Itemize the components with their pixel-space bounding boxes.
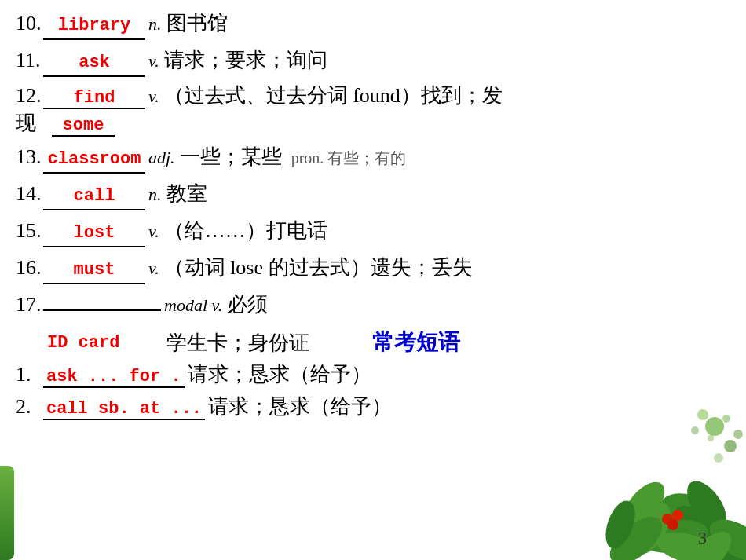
pos-16: v. — [148, 255, 159, 281]
pos-14: n. — [148, 181, 162, 207]
word-box-17 — [43, 309, 161, 311]
line-num-11: 11. — [16, 45, 43, 75]
def-12: （过去式、过去分词 found）找到；发 — [164, 82, 503, 109]
line-num-15: 15. — [16, 215, 43, 246]
pos-10: n. — [148, 11, 162, 37]
main-content: 10. library n. 图书馆 11. ask v. 请求；要求；询问 1… — [0, 0, 746, 433]
word-11: ask — [79, 53, 110, 72]
page-number: 3 — [698, 528, 707, 548]
def-11: 请求；要求；询问 — [164, 45, 327, 75]
word-16: must — [74, 260, 115, 280]
vocab-line-17: 17. modal v. 必须 — [16, 289, 722, 320]
phrase-box-2: call sb. at ... — [43, 395, 205, 420]
svg-point-5 — [708, 435, 714, 441]
def-14: 教室 — [166, 178, 207, 209]
vocab-line-12-first: 12. find v. （过去式、过去分词 found）找到；发 — [16, 82, 722, 109]
def-10: 图书馆 — [166, 8, 228, 38]
def-17: 必须 — [227, 289, 268, 320]
def-15: （给……）打电话 — [164, 215, 327, 246]
def-16: （动词 lose 的过去式）遗失；丢失 — [164, 252, 473, 283]
word-box-13: classroom — [43, 141, 145, 174]
phrase-box-1: ask ... for . — [43, 363, 185, 388]
word-box-12b: some — [52, 112, 115, 137]
def-12b: 现 — [16, 109, 36, 137]
svg-point-20 — [667, 519, 678, 530]
def-13b: pron. 有些；有的 — [291, 146, 407, 170]
pos-13: adj. — [148, 145, 175, 170]
section-title: ID card 学生卡；身份证 常考短语 — [16, 328, 722, 357]
word-12b: some — [63, 115, 104, 135]
id-card-label: ID card — [47, 333, 119, 353]
word-12: find — [74, 88, 115, 108]
phrase-line-2: 2. call sb. at ... 请求；恳求（给予） — [16, 393, 722, 420]
svg-point-19 — [672, 510, 683, 521]
vocab-line-14: 14. call n. 教室 — [16, 178, 722, 210]
phrase-1: ask ... for . — [46, 367, 181, 386]
vocab-line-12: 12. find v. （过去式、过去分词 found）找到；发 现 some — [16, 82, 722, 137]
vocab-line-13: 13. classroom adj. 一些；某些 pron. 有些；有的 — [16, 141, 722, 174]
word-box-10: library — [43, 8, 145, 40]
svg-point-1 — [724, 440, 737, 452]
vocab-line-16: 16. must v. （动词 lose 的过去式）遗失；丢失 — [16, 252, 722, 284]
id-def: 学生卡；身份证 — [166, 329, 309, 357]
word-box-12: find — [43, 84, 145, 109]
phrase-def-1: 请求；恳求（给予） — [188, 361, 371, 388]
left-decoration — [0, 466, 14, 560]
svg-point-7 — [714, 453, 723, 463]
word-box-16: must — [43, 252, 145, 284]
vocab-line-10: 10. library n. 图书馆 — [16, 8, 722, 40]
pos-12: v. — [148, 86, 159, 107]
line-num-10: 10. — [16, 8, 43, 38]
def-13: 一些；某些 — [180, 141, 282, 172]
word-15: lost — [74, 223, 115, 243]
line-num-17: 17. — [16, 289, 43, 320]
word-10: library — [58, 16, 130, 35]
pos-17: modal v. — [164, 292, 222, 318]
pos-15: v. — [148, 218, 159, 244]
line-num-14: 14. — [16, 178, 43, 209]
word-box-15: lost — [43, 215, 145, 247]
phrase-2: call sb. at ... — [46, 399, 202, 419]
line-num-12: 12. — [16, 84, 43, 108]
word-box-14: call — [43, 178, 145, 210]
word-14: call — [74, 186, 115, 206]
word-13: classroom — [48, 149, 141, 169]
phrase-line-1: 1. ask ... for . 请求；恳求（给予） — [16, 361, 722, 388]
phrase-num-2: 2. — [16, 395, 43, 419]
vocab-line-12-second: 现 some — [16, 109, 722, 137]
phrase-num-1: 1. — [16, 363, 43, 386]
vocab-line-15: 15. lost v. （给……）打电话 — [16, 215, 722, 247]
section-heading: 常考短语 — [372, 328, 460, 357]
vocab-line-11: 11. ask v. 请求；要求；询问 — [16, 45, 722, 77]
word-box-11: ask — [43, 45, 145, 77]
phrase-def-2: 请求；恳求（给予） — [208, 393, 392, 420]
line-num-13: 13. — [16, 141, 43, 172]
pos-11: v. — [148, 48, 159, 74]
line-num-16: 16. — [16, 252, 43, 283]
